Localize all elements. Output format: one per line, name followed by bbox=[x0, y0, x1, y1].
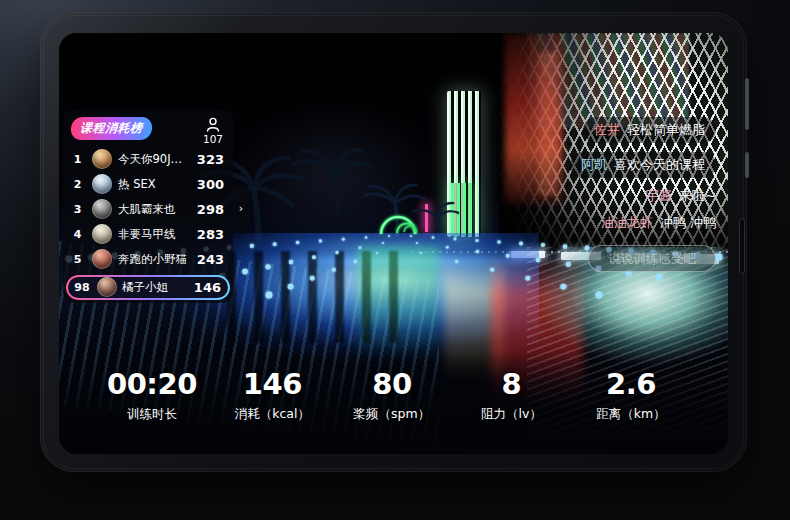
power-button bbox=[745, 152, 749, 178]
tablet-frame: › 课程消耗榜 107 1 今天 bbox=[40, 12, 747, 472]
user-name: 热 SEX bbox=[118, 177, 193, 192]
stat-resistance: 8 阻力（lv） bbox=[467, 369, 555, 423]
rank: 2 bbox=[69, 178, 86, 191]
user-name: 今天你90J了嘛 bbox=[118, 152, 193, 167]
stat-calories: 146 消耗（kcal） bbox=[228, 369, 316, 423]
calories-value: 323 bbox=[197, 152, 224, 167]
side-notch bbox=[739, 218, 745, 274]
stat-value: 146 bbox=[228, 369, 316, 401]
chat-message: 油油龙虾冲鸭 冲鸭 bbox=[601, 214, 716, 232]
leaderboard-row: 5 奔跑的小野猫 243 bbox=[63, 247, 233, 272]
leaderboard-collapse-tab[interactable]: › bbox=[233, 185, 249, 231]
stat-duration: 00:20 训练时长 bbox=[107, 369, 197, 423]
viewer-counter: 107 bbox=[203, 117, 223, 145]
avatar bbox=[97, 277, 117, 297]
leaderboard-row: 4 非要马甲线 283 bbox=[63, 222, 233, 247]
avatar bbox=[92, 224, 112, 244]
person-icon bbox=[206, 117, 220, 132]
stat-value: 2.6 bbox=[587, 369, 675, 401]
user-name: 橘子小姐 bbox=[122, 280, 194, 295]
stat-distance: 2.6 距离（km） bbox=[587, 369, 675, 423]
rank: 3 bbox=[69, 203, 86, 216]
viewer-count: 107 bbox=[203, 134, 223, 145]
chat-user-name: 油油龙虾 bbox=[601, 215, 653, 230]
stat-label: 距离（km） bbox=[587, 406, 675, 423]
user-name: 奔跑的小野猫 bbox=[118, 252, 193, 267]
avatar bbox=[92, 149, 112, 169]
workout-stats-bar: 00:20 训练时长 146 消耗（kcal） 80 桨频（spm） 8 阻力（… bbox=[107, 369, 675, 423]
leaderboard-header: 课程消耗榜 107 bbox=[63, 115, 233, 147]
stat-value: 8 bbox=[467, 369, 555, 401]
leaderboard-row: 3 大肌霸来也 298 bbox=[63, 197, 233, 222]
chat-text: 来啦~ bbox=[679, 188, 716, 203]
stat-label: 桨频（spm） bbox=[348, 406, 436, 423]
chat-user-name: 宇酱 bbox=[646, 188, 672, 203]
rank: 1 bbox=[69, 153, 86, 166]
chat-input[interactable] bbox=[588, 245, 716, 272]
volume-button bbox=[745, 78, 749, 130]
chat-message: 阿凯喜欢今天的课程 bbox=[570, 152, 716, 178]
avatar bbox=[92, 249, 112, 269]
rank: 98 bbox=[72, 281, 92, 294]
leaderboard-title-badge: 课程消耗榜 bbox=[70, 117, 152, 140]
stat-label: 训练时长 bbox=[107, 406, 197, 423]
stat-value: 80 bbox=[348, 369, 436, 401]
user-name: 非要马甲线 bbox=[118, 227, 193, 242]
calories-value: 300 bbox=[197, 177, 224, 192]
stat-stroke-rate: 80 桨频（spm） bbox=[348, 369, 436, 423]
calories-value: 243 bbox=[197, 252, 224, 267]
chat-text: 轻松简单燃脂 bbox=[627, 122, 705, 137]
chat-user-name: 阿凯 bbox=[581, 157, 607, 172]
leaderboard-row: 1 今天你90J了嘛 323 bbox=[63, 147, 233, 172]
calories-value: 298 bbox=[197, 202, 224, 217]
screen: › 课程消耗榜 107 1 今天 bbox=[59, 33, 728, 454]
chat-text: 喜欢今天的课程 bbox=[614, 157, 705, 172]
chevron-right-icon: › bbox=[239, 202, 243, 215]
chat-user-name: 佐井 bbox=[594, 122, 620, 137]
calories-value: 146 bbox=[194, 280, 221, 295]
rank: 5 bbox=[69, 253, 86, 266]
stat-label: 阻力（lv） bbox=[467, 406, 555, 423]
avatar bbox=[92, 199, 112, 219]
calories-value: 283 bbox=[197, 227, 224, 242]
leaderboard-row: 2 热 SEX 300 bbox=[63, 172, 233, 197]
chat-message: 宇酱来啦~ bbox=[646, 187, 716, 205]
chat-message: 佐井轻松简单燃脂 bbox=[583, 117, 716, 143]
rank: 4 bbox=[69, 228, 86, 241]
chat-area: 佐井轻松简单燃脂 阿凯喜欢今天的课程 宇酱来啦~ 油油龙虾冲鸭 冲鸭 bbox=[464, 117, 716, 272]
chat-text: 冲鸭 冲鸭 bbox=[660, 215, 716, 230]
leaderboard-my-row: 98 橘子小姐 146 bbox=[66, 275, 230, 300]
leaderboard-panel: › 课程消耗榜 107 1 今天 bbox=[63, 109, 233, 303]
avatar bbox=[92, 174, 112, 194]
stat-value: 00:20 bbox=[107, 369, 197, 401]
leaderboard-rows: 1 今天你90J了嘛 323 2 热 SEX 300 3 大肌霸来 bbox=[63, 147, 233, 272]
stat-label: 消耗（kcal） bbox=[228, 406, 316, 423]
user-name: 大肌霸来也 bbox=[118, 202, 193, 217]
backdrop: › 课程消耗榜 107 1 今天 bbox=[0, 0, 790, 520]
